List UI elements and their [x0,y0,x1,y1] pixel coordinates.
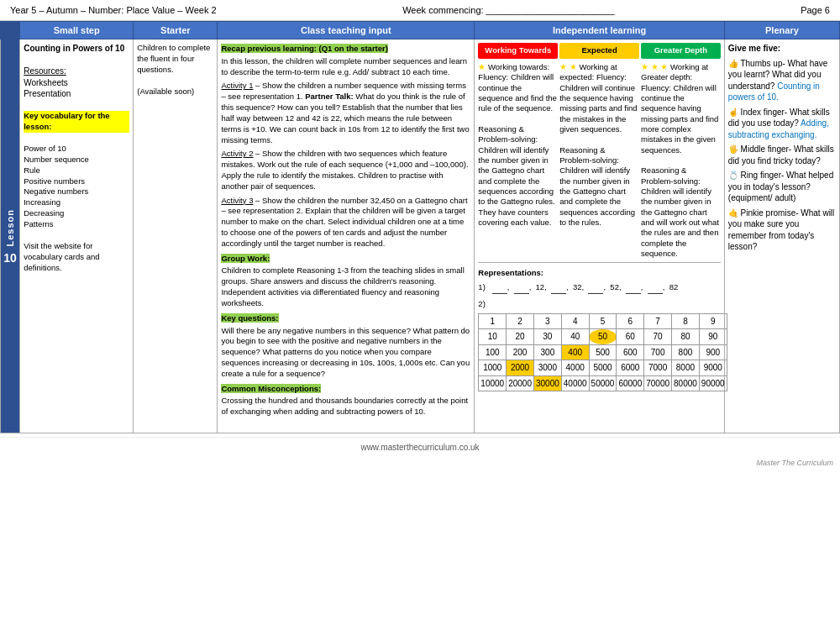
independent-cell: Working Towards Expected Greater Depth ★… [475,39,724,433]
g-800: 800 [672,344,700,360]
g-5: 5 [589,313,617,329]
g-70: 70 [644,329,672,345]
g-4000: 4000 [561,360,589,376]
activity2: Activity 2 – Show the children with two … [221,149,470,192]
page-number: Page 6 [801,5,830,15]
g-600: 600 [617,344,644,360]
vocab-list: Power of 10 Number sequence Rule Positiv… [24,144,129,230]
key-questions: Key questions: Will there be any negativ… [221,312,470,380]
expected-header: Expected [559,43,639,59]
g-3: 3 [533,313,561,329]
g-7000: 7000 [644,360,672,376]
g-9000: 9000 [699,360,727,376]
week-commencing: Week commencing: _______________________… [402,5,614,15]
pinkie-text: 🤙 Pinkie promise- What will you make sur… [728,207,836,253]
g-8000: 8000 [672,360,700,376]
header-bar: Year 5 – Autumn – Number: Place Value – … [0,0,840,21]
misconceptions: Common Misconceptions: Crossing the hund… [221,383,470,417]
g-50: 50 [589,329,617,345]
main-table: Small step Starter Class teaching input … [0,21,840,433]
g-1000: 1000 [479,360,507,376]
ring-text: 💍 Ring finger- What helped you in today'… [728,170,836,204]
starter-available: (Available soon) [137,87,213,97]
lesson-number: 10 [3,250,17,266]
indep-subheaders: Working Towards Expected Greater Depth [478,43,720,59]
g-5000: 5000 [589,360,617,376]
working-towards-col: ★ Working towards: Fluency: Children wil… [478,62,558,260]
key-vocab-label: Key vocabulary for the lesson: [24,111,129,133]
group-work: Group Work: Children to complete Reasoni… [221,253,470,309]
g-30000: 30000 [533,375,561,391]
g-200: 200 [507,344,534,360]
g-7: 7 [644,313,672,329]
th-class-teaching: Class teaching input [218,22,475,39]
g-6000: 6000 [617,360,644,376]
footer-url: www.masterthecurriculum.co.uk [360,443,479,452]
g-90: 90 [699,329,727,345]
th-plenary: Plenary [724,22,839,39]
g-40: 40 [561,329,589,345]
g-900: 900 [699,344,727,360]
index-text: ☝ Index finger- What skills did you use … [728,107,836,141]
g-30: 30 [533,329,561,345]
activity3: Activity 3 – Show the children the numbe… [221,196,470,249]
middle-text: 🖐 Middle finger- What skills did you fin… [728,144,836,166]
representations-label: Representations: [478,268,720,279]
starter-text: Children to complete the fluent in four … [137,43,213,75]
working-towards-header: Working Towards [478,43,558,59]
g-4: 4 [561,313,589,329]
recap-text: In this lesson, the children will comple… [221,56,470,78]
g-90000: 90000 [699,375,727,391]
th-small-step: Small step [20,22,134,39]
small-step-cell: Counting in Powers of 10 Resources: Work… [20,39,134,433]
footer: www.masterthecurriculum.co.uk [0,437,840,457]
g-300: 300 [533,344,561,360]
brand-logo: Master The Curriculum [756,459,833,467]
greater-depth-col: ★ ★ ★ Working at Greater depth: Fluency:… [641,62,721,260]
g-2: 2 [507,313,534,329]
indep-columns: ★ Working towards: Fluency: Children wil… [478,62,720,260]
g-70000: 70000 [644,375,672,391]
g-2000: 2000 [507,360,534,376]
g-20000: 20000 [507,375,534,391]
website-note: Visit the website for vocabulary cards a… [24,241,129,273]
expected-col: ★ ★ Working at expected: Fluency: Childr… [559,62,639,260]
g-9: 9 [699,313,727,329]
recap-label: Recap previous learning: (Q1 on the star… [221,44,388,53]
g-20: 20 [507,329,534,345]
g-100: 100 [479,344,507,360]
resources-label: Resources: [24,66,129,77]
g-50000: 50000 [589,375,617,391]
gattegno-table: 1 2 3 4 5 6 7 8 9 10 [478,313,727,392]
starter-cell: Children to complete the fluent in four … [134,39,218,433]
greater-depth-header: Greater Depth [641,43,721,59]
plenary-cell: Give me five: 👍 Thumbs up- What have you… [724,39,839,433]
g-6: 6 [617,313,644,329]
rep2: 2) [478,299,720,310]
small-step-title: Counting in Powers of 10 [24,43,129,55]
logo-area: Master The Curriculum [0,457,840,469]
resources-text: WorksheetsPresentation [24,77,129,100]
th-starter: Starter [134,22,218,39]
header-title: Year 5 – Autumn – Number: Place Value – … [10,5,217,15]
indep-divider [478,262,720,263]
lesson-label: Lesson [4,206,17,250]
th-independent: Independent learning [475,22,724,39]
representations: Representations: 1) , , 12, , 32, , 52, … [478,268,720,391]
class-teaching-cell: Recap previous learning: (Q1 on the star… [218,39,475,433]
give-five-label: Give me five: [728,43,836,55]
g-1: 1 [479,313,507,329]
activity1: Activity 1 – Show the children a number … [221,81,470,145]
g-60000: 60000 [617,375,644,391]
rep1: 1) , , 12, , 32, , 52, , , 82 [478,282,720,294]
g-3000: 3000 [533,360,561,376]
g-10: 10 [479,329,507,345]
th-lesson [1,22,20,39]
g-80: 80 [672,329,700,345]
g-8: 8 [672,313,700,329]
thumb-text: 👍 Thumbs up- What have you learnt? What … [728,58,836,103]
g-500: 500 [589,344,617,360]
g-40000: 40000 [561,375,589,391]
g-60: 60 [617,329,644,345]
lesson-cell: Lesson 10 [1,39,20,433]
